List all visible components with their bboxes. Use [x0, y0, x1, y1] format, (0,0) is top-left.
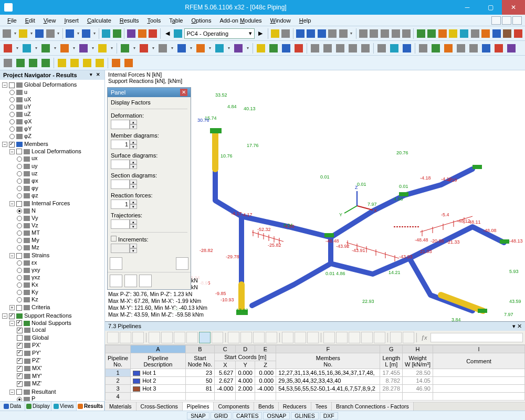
spinner-input[interactable]: [111, 219, 130, 229]
prev-lc-button[interactable]: ◀: [162, 28, 172, 39]
svg-text:-48.11: -48.11: [467, 219, 481, 225]
nav-tab-display[interactable]: Display: [25, 402, 51, 411]
mdi-close[interactable]: [512, 16, 522, 25]
minimize-button[interactable]: ─: [456, 0, 479, 15]
loadcase-combo[interactable]: PC4 - Operating▾: [184, 28, 255, 39]
model-button[interactable]: [101, 28, 111, 39]
wireframe-button[interactable]: [376, 43, 387, 54]
new-dropdown[interactable]: ▾: [13, 28, 17, 39]
maximize-button[interactable]: ▢: [479, 0, 502, 15]
svg-text:4.86: 4.86: [394, 196, 403, 202]
svg-text:-48.08: -48.08: [483, 228, 497, 233]
status-cell[interactable]: CARTES: [233, 412, 262, 419]
table-tab[interactable]: Pipelines: [183, 402, 214, 411]
move-button[interactable]: [358, 28, 368, 39]
table-tab[interactable]: Branch Connections - Factors: [332, 402, 414, 411]
table-tab[interactable]: Components: [214, 402, 254, 411]
panel-btn2[interactable]: [176, 257, 188, 270]
panel-close[interactable]: ✕: [180, 89, 187, 96]
formula-bar[interactable]: ƒx: [419, 334, 429, 341]
svg-text:3.84: 3.84: [452, 317, 461, 321]
svg-text:-48.48: -48.48: [326, 238, 339, 244]
table-tab[interactable]: Reducers: [279, 402, 311, 411]
menu-view[interactable]: View: [39, 16, 60, 25]
menu-calculate[interactable]: Calculate: [83, 16, 116, 25]
svg-text:-4.18: -4.18: [420, 175, 431, 181]
panel-tab2[interactable]: [124, 275, 137, 287]
table-close[interactable]: ✕: [517, 323, 522, 330]
menu-file[interactable]: File: [3, 16, 21, 25]
navigator-close[interactable]: ✕: [95, 72, 101, 78]
mdi-minimize[interactable]: [491, 16, 501, 25]
svg-text:-43.93: -43.93: [399, 254, 413, 259]
undo-button[interactable]: [65, 28, 75, 39]
status-cell[interactable]: GLINES: [291, 412, 319, 419]
menu-results[interactable]: Results: [116, 16, 143, 25]
table-tab[interactable]: Cross-Sections: [136, 402, 183, 411]
window-title: RFEM 5.06.1106 x32 - [048c Piping]: [16, 4, 456, 11]
svg-text:43.59: 43.59: [509, 299, 521, 304]
mdi-restore[interactable]: [502, 16, 511, 25]
data-grid[interactable]: ABCDEFGHI PipelineNo. PipelineDescriptio…: [105, 345, 525, 402]
svg-text:-5.4: -5.4: [441, 212, 449, 217]
menu-tools[interactable]: Tools: [143, 16, 165, 25]
navigator-tree[interactable]: −Global Deformations uuXuYuZφXφYφZ −Memb…: [0, 80, 104, 401]
next-lc-button[interactable]: ▶: [256, 28, 266, 39]
panel-tab1[interactable]: [110, 275, 122, 287]
menu-help[interactable]: Help: [295, 16, 316, 25]
svg-text:-43.91: -43.91: [352, 248, 365, 253]
panel-tab3[interactable]: [139, 275, 152, 287]
menu-window[interactable]: Window: [266, 16, 295, 25]
table-btn[interactable]: [107, 332, 119, 343]
redo-button[interactable]: [81, 28, 91, 39]
spinner-input[interactable]: [111, 160, 130, 169]
new-button[interactable]: [2, 28, 12, 39]
table-tab[interactable]: Tees: [311, 402, 332, 411]
navigator-tabs: Data Display Views Results: [0, 401, 104, 411]
spinner-input[interactable]: [111, 200, 130, 209]
panel-btn1[interactable]: [110, 257, 122, 270]
status-cell[interactable]: OSNAP: [263, 412, 290, 419]
menu-addon[interactable]: Add-on Modules: [215, 16, 266, 25]
svg-text:Y: Y: [339, 212, 342, 217]
spinner-input[interactable]: [111, 120, 130, 129]
menu-edit[interactable]: Edit: [21, 16, 39, 25]
close-button[interactable]: ✕: [502, 0, 525, 15]
status-cell[interactable]: GRID: [211, 412, 232, 419]
svg-text:20.76: 20.76: [396, 150, 408, 155]
svg-text:7.97: 7.97: [368, 202, 377, 207]
spinner-input[interactable]: [111, 140, 130, 149]
node-button[interactable]: [2, 43, 14, 54]
navigator-pin[interactable]: ▾: [88, 72, 94, 78]
spinner-input[interactable]: [111, 180, 130, 189]
select-arrow[interactable]: [2, 57, 14, 69]
svg-rect-6: [478, 309, 487, 313]
zoom-button[interactable]: [369, 28, 379, 39]
menu-table[interactable]: Table: [165, 16, 187, 25]
svg-text:-43.92: -43.92: [336, 244, 350, 249]
nav-tab-results[interactable]: Results: [77, 402, 104, 411]
nav-tab-data[interactable]: Data: [0, 402, 25, 411]
table-tab[interactable]: Materials: [105, 402, 136, 411]
svg-text:17.76: 17.76: [247, 143, 259, 148]
svg-text:33.52: 33.52: [215, 92, 227, 98]
save-button[interactable]: [35, 28, 45, 39]
menu-insert[interactable]: Insert: [60, 16, 83, 25]
svg-text:14.21: 14.21: [388, 270, 401, 275]
svg-rect-5: [500, 239, 509, 244]
svg-text:-4.20: -4.20: [284, 224, 295, 229]
rotate-button[interactable]: [380, 28, 390, 39]
menu-options[interactable]: Options: [187, 16, 215, 25]
nav-tab-views[interactable]: Views: [51, 402, 77, 411]
view-xy-button[interactable]: [295, 28, 305, 39]
svg-text:21.03: 21.03: [420, 249, 432, 254]
print-button[interactable]: [45, 28, 55, 39]
table-tab[interactable]: Bends: [254, 402, 279, 411]
table-pin[interactable]: ▾: [512, 323, 516, 330]
status-cell[interactable]: DXF: [320, 412, 338, 419]
navigator-title: Project Navigator - Results ▾ ✕: [0, 70, 104, 80]
status-cell[interactable]: SNAP: [187, 412, 209, 419]
calculate-button[interactable]: [127, 28, 136, 39]
open-button[interactable]: [18, 28, 28, 39]
display-panel[interactable]: Panel✕ Display Factors Deformation: ▴▾Me…: [107, 87, 191, 290]
